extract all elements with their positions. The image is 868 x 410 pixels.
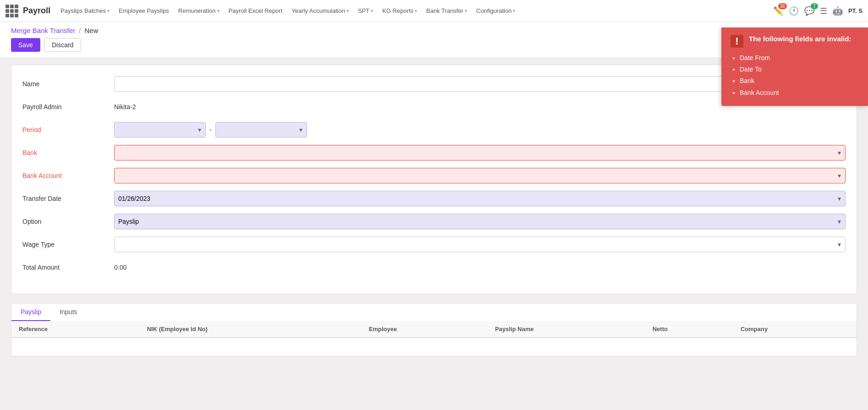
col-reference: Reference [11,321,140,338]
table-header-row: Reference NIK (Employee Id No) Employee … [11,321,857,338]
edit-icon[interactable]: ✏️ 38 [773,6,783,16]
error-field-3: Bank Account [740,87,859,99]
bank-row: Bank [22,145,846,161]
error-title: The following fields are invalid: [749,35,851,43]
option-value: Payslip [114,214,846,229]
breadcrumb-separator: / [79,27,81,34]
brand-name: Payroll [23,6,50,16]
chevron-down-icon: ▾ [346,8,349,13]
total-amount-row: Total Amount 0.00 [22,260,846,275]
chat-icon[interactable]: 💬 7 [804,6,814,16]
option-row: Option Payslip [22,214,846,229]
nav-configuration[interactable]: Configuration ▾ [472,0,519,22]
period-selects: - [114,122,846,138]
brand-area: Payroll [5,5,50,17]
wage-type-label: Wage Type [22,241,114,248]
wage-type-select[interactable] [114,237,846,252]
period-to-wrapper [215,122,307,138]
chevron-down-icon: ▾ [415,8,417,13]
option-select[interactable]: Payslip [114,214,846,229]
bank-account-select[interactable] [114,168,846,183]
error-field-0: Date From [740,52,859,64]
nav-employee-payslips[interactable]: Employee Payslips [115,0,173,22]
col-company: Company [733,321,857,338]
chevron-down-icon: ▾ [107,8,110,13]
period-separator: - [209,126,212,133]
period-value: - [114,122,846,138]
period-to-select[interactable] [215,122,307,138]
edit-badge: 38 [778,3,787,9]
table-empty-row [11,338,857,356]
payroll-admin-text: Nikita-2 [114,103,136,111]
chat-badge: 7 [811,3,818,9]
tabs-bar: Payslip Inputs [11,303,857,321]
transfer-date-row: Transfer Date [22,191,846,206]
option-select-wrapper: Payslip [114,214,846,229]
nav-spt[interactable]: SPT ▾ [354,0,377,22]
error-field-2: Bank [740,75,859,87]
option-label: Option [22,218,114,225]
bank-select-wrapper [114,145,846,161]
error-toast: ! The following fields are invalid: Date… [721,28,868,106]
nav-remuneration[interactable]: Remuneration ▾ [175,0,223,22]
navbar: Payroll Payslips Batches ▾ Employee Pays… [0,0,868,22]
discard-button[interactable]: Discard [44,38,81,52]
col-netto: Netto [645,321,733,338]
transfer-date-wrapper [114,191,846,206]
error-header: ! The following fields are invalid: [731,35,859,48]
transfer-date-label: Transfer Date [22,195,114,202]
total-amount-value: 0.00 [114,264,846,271]
bank-account-value [114,168,846,183]
wage-type-select-wrapper [114,237,846,252]
apps-icon[interactable] [5,5,18,17]
chevron-down-icon: ▾ [217,8,220,13]
bank-account-row: Bank Account [22,168,846,183]
error-field-1: Date To [740,64,859,75]
chevron-down-icon: ▾ [371,8,373,13]
nav-payslips-batches[interactable]: Payslips Batches ▾ [57,0,113,22]
payroll-admin-label: Payroll Admin [22,103,114,111]
name-label: Name [22,80,114,88]
save-button[interactable]: Save [11,38,40,52]
table-card: Reference NIK (Employee Id No) Employee … [11,321,857,357]
transfer-date-value [114,191,846,206]
bank-select[interactable] [114,145,846,161]
period-label: Period [22,126,114,133]
period-row: Period - [22,122,846,138]
transfer-date-input[interactable] [114,191,846,206]
col-payslip-name: Payslip Name [488,321,645,338]
breadcrumb-parent[interactable]: Merge Bank Transfer [11,27,75,34]
bank-label: Bank [22,149,114,156]
nav-kg-reports[interactable]: KG Reports ▾ [379,0,421,22]
wage-type-row: Wage Type [22,237,846,252]
error-icon: ! [731,35,743,48]
chevron-down-icon: ▾ [465,8,467,13]
col-employee: Employee [362,321,488,338]
total-amount-text: 0.00 [114,264,126,271]
breadcrumb-current: New [84,27,98,34]
navbar-right: ✏️ 38 🕐 💬 7 ☰ 🤖 PT. S [773,6,863,16]
chevron-down-icon: ▾ [513,8,515,13]
col-nik: NIK (Employee Id No) [140,321,362,338]
company-name: PT. S [848,7,863,14]
total-amount-label: Total Amount [22,264,114,271]
clock-icon[interactable]: 🕐 [789,6,799,16]
robot-icon[interactable]: 🤖 [833,6,843,16]
tab-inputs[interactable]: Inputs [50,304,86,321]
error-list: Date From Date To Bank Bank Account [731,52,859,99]
nav-yearly-accumulation[interactable]: Yearly Accumulation ▾ [288,0,352,22]
bank-account-label: Bank Account [22,172,114,179]
nav-bank-transfer[interactable]: Bank Transfer ▾ [423,0,471,22]
nav-payroll-excel[interactable]: Payroll Excel Report [225,0,286,22]
wage-type-value [114,237,846,252]
bank-value [114,145,846,161]
bank-account-select-wrapper [114,168,846,183]
period-from-select[interactable] [114,122,206,138]
list-icon[interactable]: ☰ [820,6,827,16]
period-from-wrapper [114,122,206,138]
payslip-table: Reference NIK (Employee Id No) Employee … [11,321,857,356]
tab-payslip[interactable]: Payslip [11,304,50,321]
